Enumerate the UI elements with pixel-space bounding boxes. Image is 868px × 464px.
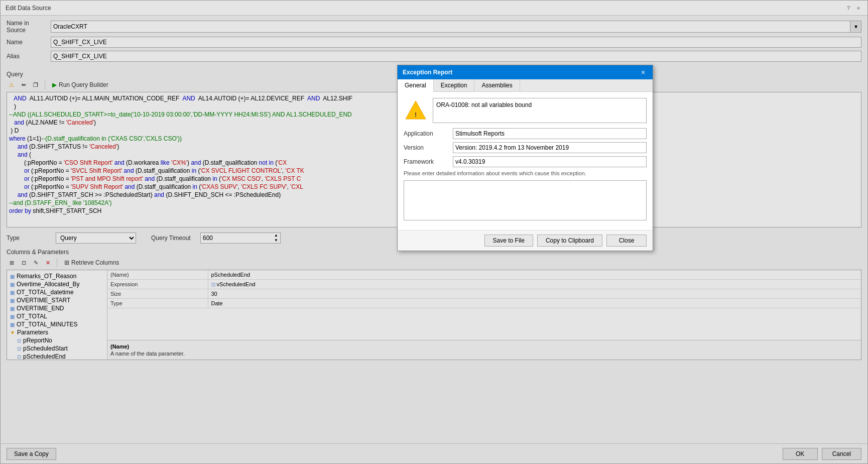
dialog-tabs: General Exception Assemblies: [398, 79, 653, 92]
dialog-close-button[interactable]: ×: [639, 68, 648, 77]
application-row: Application Stimulsoft Reports: [404, 128, 647, 139]
warning-triangle-svg: !: [405, 99, 427, 121]
exception-details-textarea[interactable]: [404, 180, 647, 220]
dialog-title: Exception Report: [403, 69, 452, 76]
save-to-file-button[interactable]: Save to File: [484, 235, 533, 247]
svg-text:!: !: [415, 111, 417, 119]
framework-row: Framework v4.0.30319: [404, 156, 647, 167]
dialog-footer: Save to File Copy to Clipboard Close: [398, 230, 653, 251]
application-label: Application: [404, 130, 449, 137]
warning-icon-container: !: [404, 98, 428, 122]
exception-top: ! ORA-01008: not all variables bound: [404, 98, 647, 123]
version-value: Version: 2019.4.2 from 13 November 2019: [453, 142, 647, 153]
framework-value: v4.0.30319: [453, 156, 647, 167]
exception-message-box: ORA-01008: not all variables bound: [433, 98, 647, 123]
exception-dialog: Exception Report × General Exception Ass…: [397, 65, 653, 251]
exception-message: ORA-01008: not all variables bound: [436, 101, 532, 108]
tab-assemblies[interactable]: Assemblies: [474, 79, 520, 91]
dialog-description: Please enter detailed information about …: [404, 170, 647, 176]
version-row: Version Version: 2019.4.2 from 13 Novemb…: [404, 142, 647, 153]
dialog-close-btn-footer[interactable]: Close: [606, 235, 647, 247]
copy-to-clipboard-button[interactable]: Copy to Clipboard: [537, 235, 602, 247]
application-value: Stimulsoft Reports: [453, 128, 647, 139]
version-label: Version: [404, 144, 449, 151]
tab-exception[interactable]: Exception: [434, 79, 475, 91]
tab-general[interactable]: General: [398, 79, 434, 92]
framework-label: Framework: [404, 158, 449, 165]
dialog-body: ! ORA-01008: not all variables bound App…: [398, 92, 653, 230]
dialog-title-bar: Exception Report ×: [398, 65, 653, 79]
main-window: Edit Data Source ? × Name in Source ▾ Na…: [0, 0, 868, 464]
